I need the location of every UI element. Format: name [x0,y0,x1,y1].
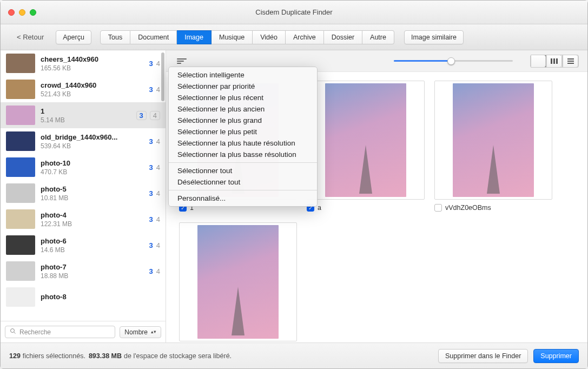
eiffel-icon [487,145,500,194]
count-badge: 34 [149,215,160,223]
menu-item[interactable]: Sélection intelligente [169,69,317,81]
sidebar-footer: Recherche Nombre ▴▾ [1,321,166,342]
list-item[interactable]: cheers_1440x960165.56 KB34 [1,50,166,76]
tab-video[interactable]: Vidéo [253,30,286,44]
total-count: 4 [156,85,160,94]
main-panel: Sélection intelligenteSélectionner par p… [166,50,587,342]
thumbnail-caption: ✓a [307,204,425,212]
footer-text1: fichiers sélectionnés. [23,352,85,360]
thumbnail-label: a [318,204,321,212]
file-name: photo-4 [41,211,144,219]
selected-count: 3 [149,189,153,197]
scrollbar-thumb[interactable] [161,52,164,101]
view-grid-button[interactable] [530,55,546,68]
thumbnail [6,80,35,99]
selected-count: 3 [149,137,153,146]
menu-item[interactable]: Sélectionner le plus petit [169,126,317,137]
row-text: photo-718.88 MB [41,263,144,280]
file-name: crowd_1440x960 [41,81,144,89]
tab-archive[interactable]: Archive [286,30,324,44]
checkbox[interactable] [434,204,442,212]
remove-in-finder-button[interactable]: Supprimer dans le Finder [438,349,528,363]
row-text: cheers_1440x960165.56 KB [41,55,144,72]
menu-item[interactable]: Sélectionner le plus récent [169,92,317,103]
thumbnail-cell[interactable]: ✓a [307,81,425,212]
file-size: 122.31 MB [41,220,144,228]
list-item[interactable]: photo-10470.7 KB34 [1,154,166,180]
menu-item[interactable]: Sélectionner la plus basse résolution [169,149,317,160]
file-name: photo-6 [41,237,144,245]
sort-select[interactable]: Nombre ▴▾ [120,326,161,338]
eiffel-icon [232,287,245,335]
content: cheers_1440x960165.56 KB34crowd_1440x960… [1,50,587,342]
similar-image-button[interactable]: Image similaire [404,30,464,44]
tab-image[interactable]: Image [177,30,212,44]
tab-document[interactable]: Document [130,30,177,44]
svg-line-1 [14,332,16,334]
total-count: 4 [156,215,160,223]
view-list-button[interactable] [563,55,579,68]
toolbar: < Retour Aperçu Tous Document Image Musi… [1,24,587,50]
thumbnail [6,235,35,255]
count-badge: 34 [149,163,160,172]
list-item[interactable]: 15.14 MB34 [1,102,166,128]
selected-count: 3 [149,85,153,94]
thumbnail-cell[interactable]: vVdhZ0eOBms [434,81,552,212]
thumbnail [6,54,35,73]
thumbnails-row-2: ✓vVdhZ0eOBms - Copy [179,222,574,342]
list-item[interactable]: crowd_1440x960521.43 KB34 [1,76,166,102]
footer-count: 129 [9,352,21,360]
menu-item[interactable]: Sélectionner le plus ancien [169,103,317,115]
file-size: 470.7 KB [41,168,144,176]
footer-size: 893.38 MB [89,352,122,360]
total-count: 4 [156,267,160,275]
file-size: 10.81 MB [41,194,144,202]
file-name: cheers_1440x960 [41,55,144,63]
file-name: photo-7 [41,263,144,271]
file-size: 14.6 MB [41,246,144,254]
selection-menu-button[interactable] [177,55,190,68]
category-tabs: Tous Document Image Musique Vidéo Archiv… [100,30,394,44]
list-icon [563,55,578,68]
file-name: photo-10 [41,159,144,167]
menu-item[interactable]: Désélectionner tout [169,176,317,188]
list-item[interactable]: photo-614.6 MB34 [1,232,166,258]
tab-musique[interactable]: Musique [212,30,253,44]
thumbnail [6,287,35,307]
remove-button[interactable]: Supprimer [533,349,579,363]
footer-text2: de l'espace de stockage sera libéré. [124,352,232,360]
list-item[interactable]: photo-4122.31 MB34 [1,206,166,232]
row-text: photo-4122.31 MB [41,211,144,228]
duplicate-groups-list[interactable]: cheers_1440x960165.56 KB34crowd_1440x960… [1,50,166,321]
back-button[interactable]: < Retour [10,30,50,44]
search-input[interactable]: Recherche [5,326,115,338]
slider-knob[interactable] [447,57,455,65]
columns-icon [546,55,562,68]
list-item[interactable]: photo-510.81 MB34 [1,180,166,206]
menu-item[interactable]: Sélectionner le plus grand [169,115,317,126]
file-size: 5.14 MB [41,116,131,124]
thumbnail-cell[interactable]: ✓vVdhZ0eOBms - Copy [179,222,297,342]
menu-item[interactable]: Sélectionner tout [169,165,317,176]
thumbnail [6,183,35,203]
thumbnail [6,106,35,125]
list-item[interactable]: photo-8 [1,284,166,310]
menu-item[interactable]: Sélectionner la plus haute résolution [169,137,317,149]
preview-button[interactable]: Aperçu [56,30,91,44]
total-count: 4 [156,241,160,249]
thumbnail-image [325,83,406,197]
thumbnail [6,131,35,151]
thumbnail-size-slider[interactable] [394,60,513,62]
tab-autre[interactable]: Autre [362,30,394,44]
selected-count: 3 [136,111,147,120]
view-columns-button[interactable] [546,55,563,68]
menu-item[interactable]: Personnalisé... [169,193,317,204]
list-item[interactable]: old_bridge_1440x960...539.64 KB34 [1,128,166,154]
tab-tous[interactable]: Tous [100,30,130,44]
list-item[interactable]: photo-718.88 MB34 [1,258,166,284]
view-mode-segmented [530,55,579,68]
tab-dossier[interactable]: Dossier [324,30,362,44]
thumbnail [6,157,35,177]
count-badge: 34 [136,111,160,120]
menu-item[interactable]: Sélectionner par priorité [169,81,317,92]
